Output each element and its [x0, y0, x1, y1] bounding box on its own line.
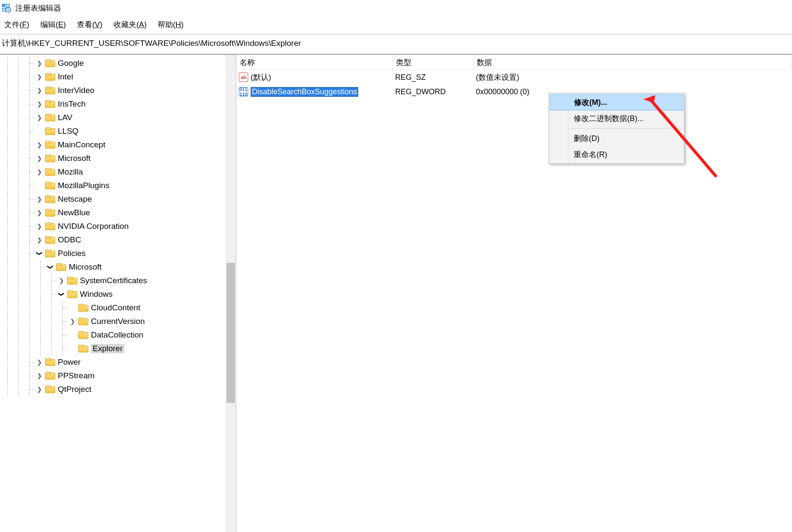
chevron-right-icon[interactable]: ❯: [36, 236, 43, 244]
folder-icon: [45, 114, 54, 121]
tree-item-datacollection[interactable]: ❯ DataCollection: [1, 328, 232, 342]
folder-icon: [45, 73, 54, 81]
tree-item-currentversion[interactable]: ❯ CurrentVersion: [1, 315, 232, 328]
tree-item-microsoft[interactable]: ❯ Microsoft: [1, 152, 232, 165]
chevron-down-icon[interactable]: ❯: [58, 290, 65, 298]
chevron-right-icon[interactable]: ❯: [36, 87, 43, 94]
chevron-right-icon[interactable]: ❯: [36, 358, 43, 366]
list-row-default[interactable]: ab (默认) REG_SZ (数值未设置): [236, 70, 792, 84]
value-data: (数值未设置): [473, 72, 792, 82]
tree-item-qtproject[interactable]: ❯ QtProject: [1, 383, 232, 396]
column-name[interactable]: 名称: [236, 55, 393, 70]
chevron-right-icon[interactable]: ❯: [36, 155, 43, 162]
chevron-right-icon[interactable]: ❯: [36, 209, 43, 217]
chevron-right-icon[interactable]: ❯: [36, 372, 43, 380]
tree-item-mozillaplugins[interactable]: ❯ MozillaPlugins: [1, 179, 232, 192]
folder-icon: [78, 331, 88, 339]
tree-item-lav[interactable]: ❯ LAV: [1, 111, 232, 124]
registry-tree[interactable]: ❯ Google ❯ Intel ❯ InterVideo ❯ IrisTec: [0, 55, 236, 396]
tree-item-intervideo[interactable]: ❯ InterVideo: [1, 84, 232, 97]
folder-icon: [45, 155, 54, 162]
folder-icon: [45, 386, 54, 393]
menu-favorites[interactable]: 收藏夹(A): [113, 20, 147, 30]
folder-icon: [45, 127, 54, 135]
context-menu: 修改(M)... 修改二进制数据(B)... 删除(D) 重命名(R): [549, 93, 685, 164]
column-data[interactable]: 数据: [473, 55, 792, 70]
chevron-right-icon[interactable]: ❯: [36, 195, 43, 203]
svg-rect-6: [4, 8, 6, 9]
chevron-right-icon[interactable]: ❯: [36, 168, 43, 176]
column-type[interactable]: 类型: [393, 55, 473, 70]
chevron-right-icon[interactable]: ❯: [36, 114, 43, 121]
svg-rect-2: [8, 4, 10, 6]
folder-icon: [45, 358, 54, 366]
folder-icon: [45, 222, 54, 230]
svg-rect-0: [2, 4, 5, 7]
tree-item-policies-microsoft[interactable]: ❯ Microsoft: [1, 260, 232, 274]
scrollbar-thumb[interactable]: [226, 263, 235, 403]
folder-icon: [45, 59, 54, 67]
menu-view[interactable]: 查看(V): [77, 20, 102, 30]
context-menu-delete[interactable]: 删除(D): [550, 130, 683, 146]
tree-item-intel[interactable]: ❯ Intel: [1, 70, 232, 84]
folder-icon: [45, 195, 54, 203]
folder-icon: [56, 263, 65, 271]
tree-item-explorer[interactable]: ❯ Explorer: [1, 342, 232, 355]
list-row-disablesearchboxsuggestions[interactable]: 011110 DisableSearchBoxSuggestions REG_D…: [236, 84, 792, 99]
tree-item-newblue[interactable]: ❯ NewBlue: [1, 206, 232, 220]
chevron-right-icon[interactable]: ❯: [36, 141, 43, 149]
value-name: DisableSearchBoxSuggestions: [251, 87, 358, 97]
tree-item-windows[interactable]: ❯ Windows: [1, 287, 232, 301]
tree-item-google[interactable]: ❯ Google: [1, 56, 232, 70]
menu-help[interactable]: 帮助(H): [158, 20, 184, 30]
svg-rect-3: [6, 6, 8, 8]
tree-item-ppstream[interactable]: ❯ PPStream: [1, 369, 232, 383]
chevron-right-icon[interactable]: ❯: [36, 100, 43, 108]
tree-item-odbc[interactable]: ❯ ODBC: [1, 233, 232, 247]
tree-item-llsq[interactable]: ❯ LLSQ: [1, 124, 232, 138]
value-type: REG_DWORD: [393, 87, 473, 96]
menu-file[interactable]: 文件(F): [4, 20, 29, 30]
folder-icon: [45, 250, 54, 257]
tree-item-power[interactable]: ❯ Power: [1, 355, 232, 369]
reg-sz-icon: ab: [239, 73, 248, 82]
menu-bar: 文件(F) 编辑(E) 查看(V) 收藏夹(A) 帮助(H): [0, 16, 792, 34]
tree-item-nvidia[interactable]: ❯ NVIDIA Corporation: [1, 220, 232, 233]
chevron-down-icon[interactable]: ❯: [36, 250, 43, 257]
value-list-pane: 名称 类型 数据 ab (默认) REG_SZ (数值未设置) 011110 D…: [236, 55, 792, 532]
value-type: REG_SZ: [393, 73, 473, 82]
svg-rect-1: [6, 4, 8, 6]
chevron-down-icon[interactable]: ❯: [47, 263, 54, 271]
address-text[interactable]: 计算机\HKEY_CURRENT_USER\SOFTWARE\Policies\…: [2, 39, 301, 48]
tree-item-policies[interactable]: ❯ Policies: [1, 247, 232, 260]
folder-icon: [78, 345, 88, 352]
value-name: (默认): [251, 72, 271, 82]
chevron-right-icon[interactable]: ❯: [36, 222, 43, 230]
context-menu-modify-binary[interactable]: 修改二进制数据(B)...: [550, 110, 683, 127]
tree-item-mozilla[interactable]: ❯ Mozilla: [1, 165, 232, 179]
tree-pane: ❯ Google ❯ Intel ❯ InterVideo ❯ IrisTec: [0, 55, 236, 532]
list-header[interactable]: 名称 类型 数据: [236, 55, 792, 70]
chevron-right-icon[interactable]: ❯: [36, 73, 43, 81]
context-menu-separator: [570, 128, 682, 129]
tree-item-systemcertificates[interactable]: ❯ SystemCertificates: [1, 274, 232, 287]
tree-scrollbar[interactable]: [226, 55, 236, 532]
tree-item-cloudcontent[interactable]: ❯ CloudContent: [1, 301, 232, 315]
svg-rect-5: [2, 8, 4, 9]
folder-icon: [45, 236, 54, 244]
title-bar: 注册表编辑器: [0, 0, 792, 16]
chevron-right-icon[interactable]: ❯: [36, 386, 43, 393]
address-bar[interactable]: 计算机\HKEY_CURRENT_USER\SOFTWARE\Policies\…: [0, 34, 792, 54]
tree-item-netscape[interactable]: ❯ Netscape: [1, 192, 232, 206]
context-menu-modify[interactable]: 修改(M)...: [550, 94, 683, 110]
folder-icon: [45, 209, 54, 217]
chevron-right-icon[interactable]: ❯: [58, 277, 65, 284]
tree-item-mainconcept[interactable]: ❯ MainConcept: [1, 138, 232, 152]
svg-rect-10: [8, 9, 9, 11]
context-menu-rename[interactable]: 重命名(R): [550, 146, 683, 163]
tree-item-iristech[interactable]: ❯ IrisTech: [1, 97, 232, 111]
menu-edit[interactable]: 编辑(E): [40, 20, 66, 30]
folder-icon: [67, 277, 76, 284]
chevron-right-icon[interactable]: ❯: [69, 318, 76, 325]
chevron-right-icon[interactable]: ❯: [36, 59, 43, 67]
